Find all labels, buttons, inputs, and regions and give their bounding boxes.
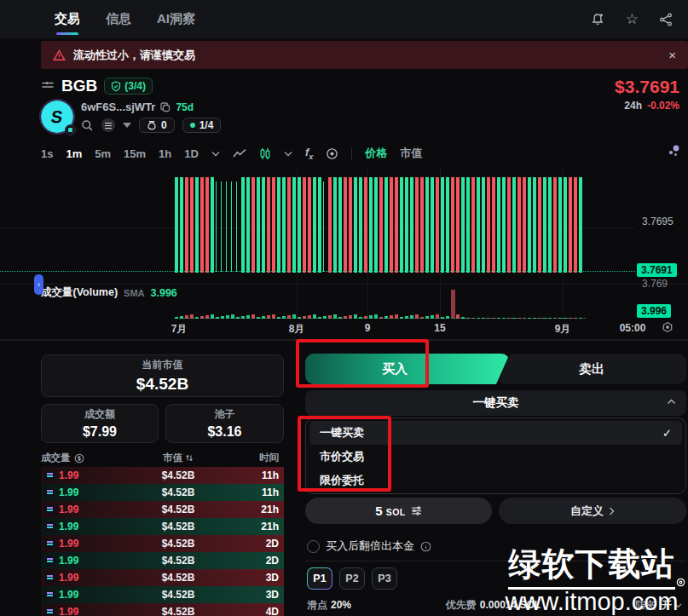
amount-quick-button[interactable]: 5SOL — [305, 498, 492, 524]
interval-1d[interactable]: 1D — [184, 147, 199, 160]
priority-fee-setting[interactable]: 优先费0.00014 SOL — [351, 598, 635, 613]
price-block: $3.7691 24h-0.02% — [615, 77, 679, 112]
preset-p3-button[interactable]: P3 — [372, 567, 397, 590]
price-chart[interactable]: 成交量(Volume) SMA 3.996 7月8月9159月05:00 3.7… — [0, 166, 688, 338]
preset-p1-button[interactable]: P1 — [307, 567, 332, 590]
info-icon[interactable] — [420, 541, 431, 552]
interval-1m[interactable]: 1m — [66, 147, 82, 160]
tab-ai-insight[interactable]: AI洞察 — [157, 11, 195, 27]
search-icon[interactable] — [81, 119, 94, 132]
tab-info[interactable]: 信息 — [106, 11, 131, 27]
trade-row[interactable]: 1.99$4.52B11h — [41, 484, 284, 501]
token-price: $3.7691 — [615, 77, 679, 97]
audit-badge[interactable]: (3/4) — [104, 78, 153, 95]
token-address[interactable]: 6wF6S...sjWTr — [81, 101, 155, 113]
volume-legend: 成交量(Volume) SMA 3.996 — [41, 285, 177, 300]
chevron-down-icon[interactable] — [211, 151, 220, 157]
copy-icon[interactable] — [160, 102, 171, 112]
share-icon[interactable] — [659, 13, 673, 26]
axis-label-prev: 3.769 — [642, 278, 668, 290]
liquidity-warning-banner: 流动性过小，请谨慎交易 × — [41, 41, 688, 69]
pool-card: 池子 $3.16 — [165, 404, 284, 443]
bubbles-icon[interactable] — [666, 143, 681, 158]
volume-baseline — [175, 318, 586, 319]
panel-expand-handle[interactable]: › — [34, 274, 43, 295]
chain-badge — [65, 124, 76, 135]
notification-bell-icon[interactable] — [591, 12, 605, 26]
change-period: 24h — [624, 100, 642, 112]
trade-row[interactable]: 1.99$4.52B3D — [41, 569, 284, 586]
order-mode-select[interactable]: 一键买卖 — [305, 390, 686, 416]
token-age: 75d — [176, 101, 194, 113]
target-icon[interactable] — [326, 147, 338, 160]
trade-row[interactable]: 1.99$4.52B2D — [41, 535, 284, 552]
market-cap-card: 当前市值 $4.52B — [41, 354, 284, 397]
line-chart-icon[interactable] — [233, 148, 246, 158]
trade-row[interactable]: 1.99$4.52B3D — [41, 586, 284, 603]
time-axis-label: 05:00 — [620, 322, 646, 334]
token-header: BGB (3/4) — [41, 77, 153, 95]
favorite-star-icon[interactable]: ☆ — [626, 10, 639, 28]
list-icon[interactable] — [41, 80, 55, 92]
menu-circle-icon[interactable] — [101, 118, 115, 132]
time-axis-label: 15 — [434, 322, 445, 334]
buy-button[interactable]: 买入 — [305, 354, 510, 384]
option-market-order[interactable]: 市价交易 — [309, 445, 682, 469]
trade-type-icon — [45, 539, 55, 549]
interval-5m[interactable]: 5m — [95, 147, 111, 160]
time-axis-label: 8月 — [289, 322, 305, 337]
trade-type-icon — [45, 505, 55, 515]
slippage-setting[interactable]: 滑点20% — [307, 598, 351, 613]
time-axis-label: 9 — [365, 322, 371, 334]
volume-badge: 3.996 — [637, 304, 671, 318]
trade-row[interactable]: 1.99$4.52B11h — [41, 467, 284, 484]
trade-row[interactable]: 1.99$4.52B4D — [41, 603, 284, 616]
chevron-down-icon — [674, 603, 682, 608]
holder-ratio-badge[interactable]: 1/4 — [182, 118, 222, 133]
fee-badge[interactable]: 0 — [139, 118, 175, 133]
option-limit-order[interactable]: 限价委托 — [309, 469, 682, 492]
interval-1h[interactable]: 1h — [159, 147, 171, 160]
order-mode-dropdown: 一键买卖 ✓ 市价交易 限价委托 — [305, 417, 686, 494]
current-price-line — [0, 271, 635, 272]
trades-table-header: 成交量 市值 时间 — [41, 452, 284, 464]
axis-settings-icon[interactable] — [662, 321, 674, 333]
price-change: -0.02% — [647, 100, 679, 112]
interval-1s[interactable]: 1s — [41, 147, 53, 160]
anti-mev-setting[interactable]: 防夹开 — [635, 598, 682, 613]
preset-p2-button[interactable]: P2 — [339, 567, 365, 590]
check-icon: ✓ — [662, 427, 672, 440]
currency-toggle-icon[interactable] — [74, 453, 84, 463]
mode-price[interactable]: 价格 — [365, 146, 387, 161]
chevron-down-icon[interactable] — [284, 151, 292, 157]
close-banner-icon[interactable]: × — [668, 48, 676, 62]
stats-and-trades: 当前市值 $4.52B 成交额 $7.99 池子 $3.16 成交量 市值 时间… — [41, 346, 284, 616]
trading-app: 交易 信息 AI洞察 ☆ 流动性过小，请谨慎交易 × BGB (3/4) — [0, 0, 688, 616]
axis-label-upper: 3.7695 — [642, 216, 674, 227]
interval-15m[interactable]: 15m — [124, 147, 146, 160]
token-avatar[interactable]: S — [41, 101, 73, 133]
tab-trade[interactable]: 交易 — [55, 11, 80, 27]
expand-triangle-icon[interactable] — [123, 123, 131, 128]
warning-text: 流动性过小，请谨慎交易 — [73, 48, 195, 63]
trade-row[interactable]: 1.99$4.52B21h — [41, 518, 284, 535]
current-price-badge: 3.7691 — [637, 263, 677, 277]
auto-sell-checkbox[interactable] — [307, 540, 320, 553]
trade-type-icon — [45, 471, 55, 481]
custom-amount-button[interactable]: 自定义 — [499, 498, 686, 524]
time-axis-label: 7月 — [171, 322, 188, 337]
option-one-click-trade[interactable]: 一键买卖 ✓ — [309, 421, 682, 445]
price-axis[interactable]: 3.7695 3.769 3.7691 3.996 — [635, 166, 688, 318]
trade-row[interactable]: 1.99$4.52B2D — [41, 552, 284, 569]
candlestick-icon[interactable] — [259, 147, 271, 160]
mode-mcap[interactable]: 市值 — [400, 146, 422, 161]
sell-button[interactable]: 卖出 — [497, 354, 686, 384]
trade-type-icon — [45, 607, 55, 616]
sort-icon[interactable] — [185, 453, 194, 463]
slider-icon — [411, 506, 422, 515]
trade-panel: 买入 卖出 一键买卖 一键买卖 ✓ 市价交易 限价委托 5SOL 自定义 — [305, 346, 686, 616]
indicator-fx-icon[interactable]: fx — [305, 146, 313, 161]
trade-row[interactable]: 1.99$4.52B21h — [41, 501, 284, 518]
chevron-up-icon — [667, 399, 676, 406]
trade-type-icon — [45, 590, 55, 600]
